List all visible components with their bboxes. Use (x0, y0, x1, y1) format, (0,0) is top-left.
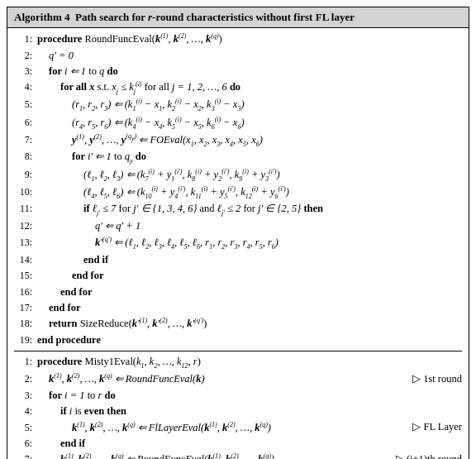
line-content-11: if ℓj′ ≤ 7 for j′ ∈ {1, 3, 4, 6} and ℓj′… (37, 201, 462, 218)
line-num-p2-3: 3: (14, 388, 32, 404)
line-4: 4: for all x s.t. xj ≤ kj(i) for all j =… (14, 79, 462, 97)
line-content-4: for all x s.t. xj ≤ kj(i) for all j = 1,… (37, 79, 462, 97)
line-2: 2: q′ = 0 (14, 48, 462, 64)
line-content-9: (ℓ1, ℓ2, ℓ3) ⇐ (k7(i) + y1(i′), k8(i) + … (37, 166, 462, 184)
line-content-2: q′ = 0 (37, 48, 462, 64)
line-15: 15: end for (14, 268, 462, 284)
divider-1 (14, 351, 462, 351)
algorithm-body: 1: procedure RoundFuncEval(k(1), k(2), …… (7, 28, 469, 459)
line-num-17: 17: (14, 300, 32, 316)
line-p2-5: 5: k(1), k(2), …, k(q) ⇐ FlLayerEval(k(1… (14, 419, 462, 436)
line-num-15: 15: (14, 268, 32, 284)
line-17: 17: end for (14, 300, 462, 316)
line-14: 14: end if (14, 252, 462, 268)
line-content-10: (ℓ4, ℓ5, ℓ6) ⇐ (k10(i) + y4(i′), k11(i) … (37, 184, 462, 201)
line-content-18: return SizeReduce(k′(1), k′(2), …, k′(q′… (37, 316, 462, 332)
line-p2-3: 3: for i = 1 to r do (14, 388, 462, 404)
algorithm-label: Algorithm 4 (14, 11, 70, 23)
line-num-p2-4: 4: (14, 404, 32, 419)
line-content-14: end if (37, 252, 462, 268)
line-num-7: 7: (14, 132, 32, 148)
line-6: 6: (r4, r5, r6) ⇐ (k4(i) − x4, k5(i) − x… (14, 114, 462, 131)
line-num-1: 1: (14, 31, 32, 47)
line-content-p2-5: k(1), k(2), …, k(q) ⇐ FlLayerEval(k(1), … (37, 419, 462, 436)
line-content-6: (r4, r5, r6) ⇐ (k4(i) − x4, k5(i) − x5, … (37, 114, 462, 131)
line-num-5: 5: (14, 97, 32, 112)
line-16: 16: end for (14, 284, 462, 300)
line-p2-2: 2: k(1), k(2), …, k(q) ⇐ RoundFuncEval(k… (14, 371, 462, 388)
line-num-p2-6: 6: (14, 436, 32, 452)
line-num-19: 19: (14, 332, 32, 348)
comment-p2-5: ▷ FL Layer (412, 419, 462, 435)
line-num-p2-1: 1: (14, 354, 32, 370)
line-num-9: 9: (14, 167, 32, 183)
line-num-16: 16: (14, 284, 32, 300)
line-content-p2-1: procedure Misty1Eval(k1, k2, …, k12, r) (37, 354, 462, 371)
line-num-p2-5: 5: (14, 420, 32, 436)
line-content-15: end for (37, 268, 462, 284)
line-content-1: procedure RoundFuncEval(k(1), k(2), …, k… (37, 31, 462, 48)
line-18: 18: return SizeReduce(k′(1), k′(2), …, k… (14, 316, 462, 332)
line-content-17: end for (37, 300, 462, 316)
line-p2-6: 6: end if (14, 436, 462, 452)
algorithm-header: Algorithm 4 Path search for r-round char… (7, 7, 469, 28)
line-5: 5: (r1, r2, r3) ⇐ (k1(i) − x1, k2(i) − x… (14, 97, 462, 114)
line-num-4: 4: (14, 79, 32, 95)
line-content-12: q′ ⇐ q′ + 1 (37, 218, 462, 234)
line-content-p2-2: k(1), k(2), …, k(q) ⇐ RoundFuncEval(k) ▷… (37, 371, 462, 388)
line-content-p2-4: if i is even then (37, 404, 462, 419)
line-p2-1: 1: procedure Misty1Eval(k1, k2, …, k12, … (14, 354, 462, 371)
line-content-13: k′(q′) ⇐ (ℓ1, ℓ2, ℓ3, ℓ4, ℓ5, ℓ6, r1, r2… (37, 235, 462, 252)
line-num-p2-2: 2: (14, 371, 32, 387)
line-content-p2-6: end if (37, 436, 462, 452)
line-num-3: 3: (14, 64, 32, 79)
algorithm-box: Algorithm 4 Path search for r-round char… (7, 7, 469, 459)
line-num-10: 10: (14, 184, 32, 200)
line-num-6: 6: (14, 115, 32, 131)
line-num-2: 2: (14, 48, 32, 64)
comment-p2-2: ▷ 1st round (412, 371, 462, 387)
line-num-p2-7: 7: (14, 452, 32, 459)
line-7: 7: y(1), y(2), …, y(qy) ⇐ FOEval(x1, x2,… (14, 131, 462, 149)
line-content-8: for i′ ⇐ 1 to qy do (37, 149, 462, 166)
line-p2-7: 7: k(1), k(2), …, k(q) ⇐ RoundFuncEval(k… (14, 452, 462, 459)
line-num-13: 13: (14, 235, 32, 251)
line-num-11: 11: (14, 201, 32, 217)
line-content-5: (r1, r2, r3) ⇐ (k1(i) − x1, k2(i) − x2, … (37, 97, 462, 114)
line-11: 11: if ℓj′ ≤ 7 for j′ ∈ {1, 3, 4, 6} and… (14, 201, 462, 218)
line-p2-4: 4: if i is even then (14, 404, 462, 419)
line-content-16: end for (37, 284, 462, 300)
line-num-8: 8: (14, 149, 32, 165)
line-content-7: y(1), y(2), …, y(qy) ⇐ FOEval(x1, x2, x3… (37, 131, 462, 149)
line-content-p2-7: k(1), k(2), …, k(q) ⇐ RoundFuncEval(k(1)… (37, 452, 462, 459)
line-10: 10: (ℓ4, ℓ5, ℓ6) ⇐ (k10(i) + y4(i′), k11… (14, 184, 462, 201)
line-content-p2-3: for i = 1 to r do (37, 388, 462, 404)
line-13: 13: k′(q′) ⇐ (ℓ1, ℓ2, ℓ3, ℓ4, ℓ5, ℓ6, r1… (14, 235, 462, 252)
line-content-3: for i ⇐ 1 to q do (37, 64, 462, 79)
line-8: 8: for i′ ⇐ 1 to qy do (14, 149, 462, 166)
comment-p2-7: ▷ (i+1)th round (396, 452, 462, 459)
line-num-18: 18: (14, 316, 32, 332)
line-num-14: 14: (14, 252, 32, 268)
line-content-19: end procedure (37, 332, 462, 348)
line-12: 12: q′ ⇐ q′ + 1 (14, 218, 462, 234)
line-9: 9: (ℓ1, ℓ2, ℓ3) ⇐ (k7(i) + y1(i′), k8(i)… (14, 166, 462, 184)
line-3: 3: for i ⇐ 1 to q do (14, 64, 462, 79)
line-1: 1: procedure RoundFuncEval(k(1), k(2), …… (14, 31, 462, 48)
line-num-12: 12: (14, 218, 32, 234)
line-19: 19: end procedure (14, 332, 462, 348)
